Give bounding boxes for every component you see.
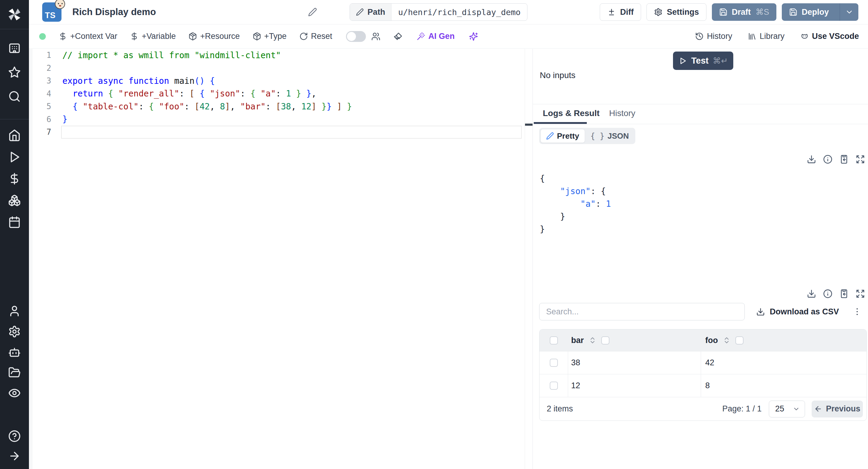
code-line[interactable]: 1// import * as wmill from "windmill-cli… <box>29 49 525 62</box>
sidebar-item-home[interactable] <box>7 128 22 143</box>
path-editor[interactable]: Path u/henri/rich_display_demo <box>350 3 527 21</box>
chevron-down-icon <box>793 405 800 413</box>
sidebar-item-user[interactable] <box>7 304 22 318</box>
sidebar-item-favorites[interactable] <box>7 65 22 80</box>
add-context-var-button[interactable]: +Context Var <box>59 32 117 41</box>
sidebar-item-resources[interactable] <box>7 193 22 208</box>
row-checkbox[interactable] <box>550 382 558 390</box>
copy-clipboard-icon[interactable] <box>839 289 849 299</box>
download-csv-button[interactable]: Download as CSV <box>756 307 839 316</box>
code-editor[interactable]: 1// import * as wmill from "windmill-cli… <box>29 49 525 469</box>
download-icon[interactable] <box>807 155 816 164</box>
draft-button[interactable]: Draft ⌘S <box>712 3 776 21</box>
line-number: 4 <box>29 89 51 98</box>
column-header-foo[interactable]: foo <box>705 336 718 345</box>
path-label-segment[interactable]: Path <box>350 4 392 21</box>
reset-button[interactable]: Reset <box>299 32 333 41</box>
deploy-main-segment[interactable]: Deploy <box>782 3 835 21</box>
sidebar-item-folders[interactable] <box>7 365 22 380</box>
result-json-line: } <box>540 210 611 223</box>
braces-icon: { } <box>590 131 604 140</box>
column-header-bar[interactable]: bar <box>571 336 584 345</box>
chevron-down-icon <box>845 8 854 16</box>
add-variable-button[interactable]: +Variable <box>130 32 176 41</box>
library-button[interactable]: Library <box>748 32 784 41</box>
sidebar-item-runs[interactable] <box>7 150 22 164</box>
pencil-icon <box>356 8 364 16</box>
previous-page-button[interactable]: Previous <box>812 401 863 417</box>
select-all-checkbox[interactable] <box>550 336 558 345</box>
table-row[interactable]: 38 42 <box>539 351 867 374</box>
sidebar-item-schedules[interactable] <box>7 215 22 229</box>
table-menu-button[interactable] <box>852 307 862 316</box>
download-icon[interactable] <box>807 289 816 299</box>
code-line[interactable]: 4 return { "render_all": [ { "json": { "… <box>29 87 525 100</box>
result-json-line: { <box>540 173 611 185</box>
path-value: u/henri/rich_display_demo <box>392 4 527 21</box>
sidebar-item-help[interactable] <box>7 429 22 443</box>
view-json-button[interactable]: { } JSON <box>585 129 634 143</box>
sidebar-item-settings[interactable] <box>7 324 22 339</box>
result-actions <box>807 155 865 164</box>
row-checkbox[interactable] <box>550 359 558 367</box>
deploy-button[interactable]: Deploy <box>782 3 858 21</box>
test-shortcut: ⌘↵ <box>713 56 728 66</box>
script-emoji-icon <box>55 0 65 9</box>
expand-icon[interactable] <box>856 289 865 299</box>
code-line[interactable]: 3export async function main() { <box>29 74 525 87</box>
add-type-button[interactable]: +Type <box>253 32 287 41</box>
diff-button[interactable]: Diff <box>600 3 641 21</box>
code-line[interactable]: 5 { "table-col": { "foo": [42, 8], "bar"… <box>29 100 525 113</box>
format-code-button[interactable] <box>394 32 403 41</box>
add-resource-button[interactable]: +Resource <box>188 32 240 41</box>
tab-logs-result[interactable]: Logs & Result <box>543 108 599 118</box>
windmill-logo-icon[interactable] <box>0 0 29 29</box>
expand-icon[interactable] <box>856 155 865 164</box>
ai-gen-button[interactable]: AI Gen <box>416 32 455 41</box>
test-button[interactable]: Test ⌘↵ <box>673 52 733 70</box>
cell-foo: 8 <box>705 381 710 390</box>
settings-button[interactable]: Settings <box>647 3 707 21</box>
sidebar-expand-button[interactable] <box>7 449 22 463</box>
gear-icon <box>654 8 662 16</box>
code-text: // import * as wmill from "windmill-clie… <box>51 50 281 60</box>
result-table: bar foo 38 42 1 <box>539 329 867 421</box>
column-filter-checkbox-bar[interactable] <box>601 336 610 345</box>
table-row[interactable]: 12 8 <box>539 374 867 397</box>
sort-icon[interactable] <box>589 336 596 344</box>
copy-clipboard-icon[interactable] <box>839 155 849 164</box>
multiplayer-toggle[interactable] <box>346 31 366 42</box>
use-vscode-button[interactable]: Use VScode <box>800 32 859 41</box>
ai-sparkles-button[interactable] <box>469 32 478 41</box>
page-size-select[interactable]: 25 <box>769 401 805 417</box>
splitter-drag-handle[interactable] <box>525 124 532 126</box>
code-line[interactable]: 7 <box>29 126 525 139</box>
sidebar-item-apps[interactable] <box>7 41 22 56</box>
pane-splitter[interactable] <box>525 49 533 469</box>
code-text: { "table-col": { "foo": [42, 8], "bar": … <box>51 101 352 112</box>
history-button[interactable]: History <box>695 32 732 41</box>
typescript-badge-label: TS <box>45 11 56 20</box>
info-icon[interactable] <box>823 155 832 164</box>
refresh-icon <box>299 32 308 41</box>
library-icon <box>748 32 756 41</box>
code-line[interactable]: 6} <box>29 113 525 126</box>
sidebar-item-audit-logs[interactable] <box>7 386 22 400</box>
sidebar-item-workers[interactable] <box>7 345 22 359</box>
edit-summary-pencil-icon[interactable] <box>308 7 317 17</box>
sidebar-item-search[interactable] <box>7 89 22 104</box>
table-search-input[interactable] <box>539 303 745 320</box>
cell-bar: 12 <box>571 381 580 390</box>
view-pretty-button[interactable]: Pretty <box>540 129 585 143</box>
line-number: 3 <box>29 76 51 85</box>
sort-icon[interactable] <box>723 336 731 344</box>
tab-history[interactable]: History <box>609 108 635 118</box>
no-inputs-label: No inputs <box>540 70 575 80</box>
info-icon[interactable] <box>823 289 832 299</box>
sidebar-item-variables[interactable] <box>7 171 22 186</box>
column-filter-checkbox-foo[interactable] <box>735 336 744 345</box>
deploy-dropdown-toggle[interactable] <box>840 3 858 21</box>
page-indicator: Page: 1 / 1 <box>722 404 762 413</box>
download-icon <box>756 307 765 316</box>
code-line[interactable]: 2 <box>29 62 525 75</box>
